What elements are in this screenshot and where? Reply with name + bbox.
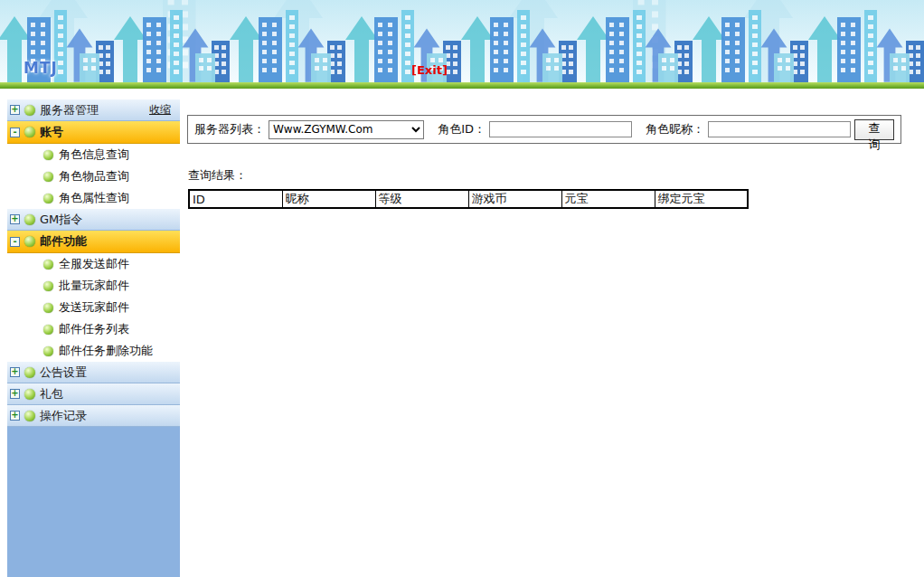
role-id-label: 角色ID： (438, 121, 486, 137)
site-logo: MTJ (24, 59, 58, 77)
search-toolbar: 服务器列表： Www.ZGYMW.Com 角色ID： 角色昵称： 查询 (187, 115, 901, 144)
results-header-row: ID昵称等级游戏币元宝绑定元宝 (189, 190, 748, 208)
green-orb-icon (43, 303, 53, 313)
green-orb-icon (24, 127, 35, 137)
main-content: 服务器列表： Www.ZGYMW.Com 角色ID： 角色昵称： 查询 查询结果… (180, 89, 924, 577)
column-header: 等级 (375, 190, 468, 208)
role-id-input[interactable] (489, 121, 632, 137)
sidebar-item-label: 角色属性查询 (59, 190, 129, 206)
green-orb-icon (24, 236, 35, 247)
sidebar-item-1-0[interactable]: 角色信息查询 (7, 144, 180, 166)
expand-plus-icon[interactable]: + (10, 214, 20, 224)
expand-plus-icon[interactable]: + (10, 411, 20, 421)
collapse-minus-icon[interactable]: - (10, 237, 20, 247)
sidebar-item-label: 角色信息查询 (59, 147, 129, 163)
green-orb-icon (24, 411, 35, 421)
column-header: 游戏币 (468, 190, 561, 208)
green-orb-icon (43, 346, 53, 356)
sidebar-group-label: 礼包 (40, 386, 63, 402)
sidebar-item-label: 角色物品查询 (59, 168, 129, 184)
green-orb-icon (24, 367, 35, 378)
collapse-minus-icon[interactable]: - (10, 128, 20, 137)
sidebar-item-label: 发送玩家邮件 (59, 299, 129, 316)
sidebar-group-label: 邮件功能 (40, 233, 87, 250)
sidebar-item-3-4[interactable]: 邮件任务删除功能 (7, 340, 180, 362)
exit-link[interactable]: [Exit] (411, 63, 448, 77)
server-select[interactable]: Www.ZGYMW.Com (269, 120, 424, 139)
sidebar-group-label: GM指令 (40, 212, 82, 228)
green-orb-icon (43, 260, 53, 270)
query-button[interactable]: 查询 (854, 119, 894, 140)
green-orb-icon (43, 325, 53, 335)
green-orb-icon (43, 281, 53, 291)
sidebar-item-1-1[interactable]: 角色物品查询 (7, 166, 180, 187)
column-header: 昵称 (282, 190, 375, 208)
sidebar: +服务器管理收缩-账号角色信息查询角色物品查询角色属性查询+GM指令-邮件功能全… (7, 99, 180, 577)
sidebar-item-label: 批量玩家邮件 (59, 278, 129, 294)
sidebar-item-3-0[interactable]: 全服发送邮件 (7, 253, 180, 275)
sidebar-item-label: 邮件任务删除功能 (59, 343, 153, 359)
sidebar-group-label: 服务器管理 (40, 102, 99, 118)
top-banner: MTJ [Exit] (0, 0, 924, 89)
sidebar-group-1[interactable]: -账号 (7, 121, 180, 144)
green-orb-icon (43, 194, 53, 203)
sidebar-group-label: 账号 (40, 124, 63, 140)
sidebar-group-0[interactable]: +服务器管理收缩 (7, 99, 180, 121)
results-title: 查询结果： (188, 167, 924, 184)
green-orb-icon (43, 150, 53, 160)
results-table: ID昵称等级游戏币元宝绑定元宝 (188, 189, 749, 209)
sidebar-group-label: 公告设置 (40, 364, 87, 381)
expand-plus-icon[interactable]: + (10, 367, 20, 377)
sidebar-group-6[interactable]: +操作记录 (7, 405, 180, 427)
column-header: 元宝 (561, 190, 655, 208)
server-list-label: 服务器列表： (194, 121, 265, 137)
nickname-input[interactable] (708, 121, 851, 137)
sidebar-group-2[interactable]: +GM指令 (7, 209, 180, 231)
expand-plus-icon[interactable]: + (10, 105, 20, 115)
green-orb-icon (43, 172, 53, 182)
sidebar-item-3-3[interactable]: 邮件任务列表 (7, 318, 180, 340)
green-orb-icon (24, 214, 35, 225)
sidebar-group-4[interactable]: +公告设置 (7, 362, 180, 383)
sidebar-group-label: 操作记录 (40, 408, 87, 424)
sidebar-group-3[interactable]: -邮件功能 (7, 231, 180, 253)
sidebar-item-label: 全服发送邮件 (59, 256, 129, 272)
sidebar-item-3-2[interactable]: 发送玩家邮件 (7, 297, 180, 318)
collapse-link[interactable]: 收缩 (149, 102, 171, 118)
sidebar-item-label: 邮件任务列表 (59, 321, 129, 337)
nickname-label: 角色昵称： (646, 121, 704, 137)
sidebar-item-3-1[interactable]: 批量玩家邮件 (7, 275, 180, 297)
column-header: ID (189, 190, 282, 208)
banner-green-strip (0, 82, 924, 89)
sidebar-item-1-2[interactable]: 角色属性查询 (7, 187, 180, 209)
column-header: 绑定元宝 (655, 190, 748, 208)
sidebar-group-5[interactable]: +礼包 (7, 383, 180, 405)
green-orb-icon (24, 105, 35, 116)
sidebar-menu: +服务器管理收缩-账号角色信息查询角色物品查询角色属性查询+GM指令-邮件功能全… (7, 99, 180, 427)
cityscape-art (0, 0, 924, 82)
green-orb-icon (24, 389, 35, 400)
expand-plus-icon[interactable]: + (10, 389, 20, 399)
